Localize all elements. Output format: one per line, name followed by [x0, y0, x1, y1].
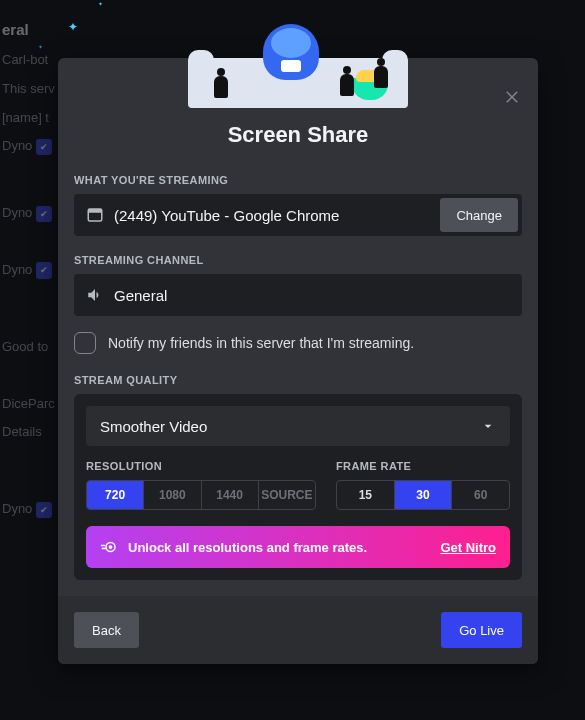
- svg-rect-1: [88, 209, 102, 213]
- resolution-segmented: 720 1080 1440 SOURCE: [86, 480, 316, 510]
- figure-illustration: [340, 74, 354, 96]
- speaker-icon: [86, 286, 104, 304]
- quality-section-label: STREAM QUALITY: [74, 374, 522, 386]
- close-button[interactable]: [500, 84, 524, 108]
- nitro-icon: [100, 538, 118, 556]
- go-live-button[interactable]: Go Live: [441, 612, 522, 648]
- figure-illustration: [214, 76, 228, 98]
- svg-point-3: [109, 545, 113, 549]
- resolution-option-1440[interactable]: 1440: [202, 481, 259, 509]
- notify-label: Notify my friends in this server that I'…: [108, 335, 414, 351]
- get-nitro-link[interactable]: Get Nitro: [440, 540, 496, 555]
- application-window-icon: [86, 206, 104, 224]
- nitro-upsell-banner: Unlock all resolutions and frame rates. …: [86, 526, 510, 568]
- modal-hero-illustration: ✦ ✦ ✦ ✦: [58, 58, 538, 108]
- resolution-label: RESOLUTION: [86, 460, 316, 472]
- modal-title: Screen Share: [58, 108, 538, 166]
- change-source-button[interactable]: Change: [440, 198, 518, 232]
- modal-footer: Back Go Live: [58, 596, 538, 664]
- channel-name: General: [114, 287, 167, 304]
- sparkle-icon: ✦: [38, 43, 43, 50]
- chevron-down-icon: [480, 418, 496, 434]
- resolution-option-720[interactable]: 720: [87, 481, 144, 509]
- resolution-option-source[interactable]: SOURCE: [259, 481, 315, 509]
- framerate-label: FRAME RATE: [336, 460, 510, 472]
- close-icon: [503, 87, 521, 105]
- quality-preset-value: Smoother Video: [100, 418, 207, 435]
- streaming-source-row: (2449) YouTube - Google Chrome Change: [74, 194, 522, 236]
- figure-illustration: [374, 66, 388, 88]
- streaming-section-label: WHAT YOU'RE STREAMING: [74, 174, 522, 186]
- streaming-source-name: (2449) YouTube - Google Chrome: [74, 206, 436, 224]
- screen-share-modal: ✦ ✦ ✦ ✦ Screen Share WHAT YOU'RE STREAMI…: [58, 58, 538, 664]
- channel-section-label: STREAMING CHANNEL: [74, 254, 522, 266]
- framerate-segmented: 15 30 60: [336, 480, 510, 510]
- wumpus-illustration: [263, 24, 319, 80]
- back-button[interactable]: Back: [74, 612, 139, 648]
- framerate-option-30[interactable]: 30: [395, 481, 453, 509]
- stream-quality-panel: Smoother Video RESOLUTION 720 1080 1440 …: [74, 394, 522, 580]
- resolution-option-1080[interactable]: 1080: [144, 481, 201, 509]
- sparkle-icon: ✦: [98, 0, 103, 7]
- framerate-option-15[interactable]: 15: [337, 481, 395, 509]
- notify-friends-row: Notify my friends in this server that I'…: [74, 332, 522, 354]
- quality-preset-select[interactable]: Smoother Video: [86, 406, 510, 446]
- notify-checkbox[interactable]: [74, 332, 96, 354]
- sparkle-icon: ✦: [68, 20, 78, 34]
- framerate-option-60[interactable]: 60: [452, 481, 509, 509]
- streaming-app-text: (2449) YouTube - Google Chrome: [114, 207, 339, 224]
- streaming-channel-select[interactable]: General: [74, 274, 522, 316]
- nitro-text: Unlock all resolutions and frame rates.: [128, 540, 367, 555]
